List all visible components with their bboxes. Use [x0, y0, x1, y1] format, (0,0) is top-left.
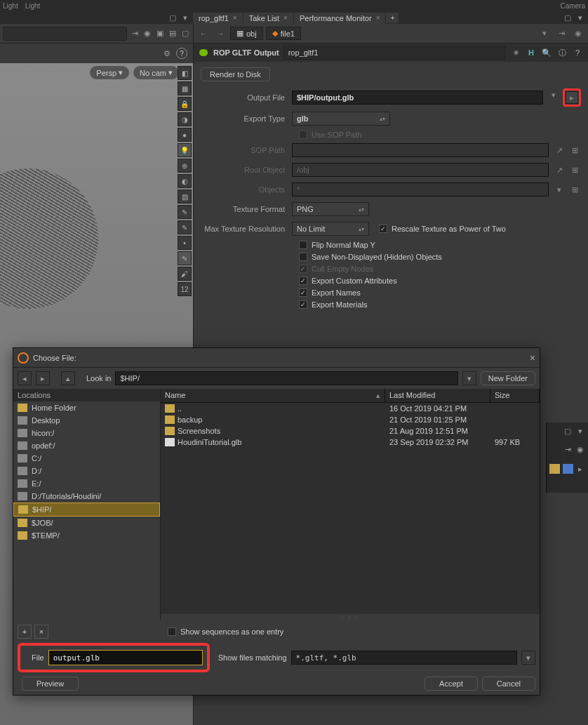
file-input[interactable] [48, 650, 203, 665]
picker-icon[interactable]: ⊞ [568, 164, 581, 176]
location-item[interactable]: Home Folder [13, 401, 160, 414]
node-name-input[interactable] [283, 46, 505, 60]
close-icon[interactable]: × [283, 14, 288, 22]
vp-tool-4[interactable]: ◑ [178, 112, 192, 126]
screen-icon[interactable] [563, 464, 573, 474]
nav-fwd-icon[interactable]: → [213, 27, 227, 41]
vp-tool-5[interactable]: ● [178, 128, 192, 142]
search-icon[interactable]: 🔍 [540, 46, 553, 59]
menu-light2[interactable]: Light [25, 2, 41, 10]
file-chooser-button[interactable]: ▸ [566, 91, 578, 104]
location-item[interactable]: Desktop [13, 414, 160, 427]
help-icon[interactable]: ? [571, 46, 584, 59]
location-item[interactable]: E:/ [13, 477, 160, 490]
cancel-button[interactable]: Cancel [482, 677, 535, 691]
info-icon[interactable]: ⓘ [556, 46, 568, 59]
pin-icon[interactable]: ⇥ [563, 444, 573, 454]
render-to-disk-button[interactable]: Render to Disk [201, 67, 270, 81]
filter-menu-icon[interactable]: ▾ [521, 651, 535, 665]
breadcrumb-file1[interactable]: ◆file1 [266, 27, 301, 40]
help-icon[interactable]: ? [176, 48, 187, 59]
vp-tool-2[interactable]: ▦ [178, 81, 192, 95]
vp-tool-8[interactable]: ◐ [178, 174, 192, 188]
location-item[interactable]: $JOB/ [13, 517, 160, 529]
box-icon[interactable]: ▣ [155, 29, 165, 39]
location-item[interactable]: $TEMP/ [13, 529, 160, 542]
col-size[interactable]: Size [490, 389, 540, 402]
remove-location-button[interactable]: × [34, 625, 48, 639]
link-icon[interactable]: ◉ [575, 444, 585, 454]
square-icon[interactable]: ▢ [180, 29, 190, 39]
vp-tool-13[interactable]: ✎ [178, 251, 192, 265]
texture-format-select[interactable]: PNG▴▾ [292, 202, 369, 216]
location-item[interactable]: D:/Tutorials/Houdini/ [13, 490, 160, 503]
rescale-checkbox[interactable] [379, 225, 387, 233]
link-icon[interactable]: ◉ [142, 29, 152, 39]
h-icon[interactable]: H [525, 46, 537, 59]
location-item[interactable]: D:/ [13, 465, 160, 477]
jump-icon[interactable]: ↗ [553, 144, 566, 157]
nav-back-icon[interactable]: ← [196, 27, 211, 41]
pin-icon[interactable]: ⇥ [554, 27, 568, 41]
sequences-checkbox[interactable] [168, 627, 176, 636]
dialog-titlebar[interactable]: Choose File: × [13, 348, 540, 368]
hidden-checkbox[interactable] [299, 253, 307, 261]
location-item[interactable]: hicon:/ [13, 427, 160, 439]
settings-icon[interactable]: ⚙ [162, 48, 172, 58]
new-folder-button[interactable]: New Folder [481, 371, 535, 385]
location-item[interactable]: $HIP/ [13, 503, 160, 517]
export-type-select[interactable]: glb▴▾ [292, 112, 390, 126]
persp-badge[interactable]: Persp▾ [90, 66, 129, 79]
file-row[interactable]: backup21 Oct 2019 01:25 PM [161, 414, 540, 425]
menu-camera[interactable]: Camera [560, 2, 585, 10]
pane-menu-icon[interactable]: ▾ [575, 426, 585, 436]
vp-tool-9[interactable]: ▧ [178, 189, 192, 204]
location-item[interactable]: C:/ [13, 452, 160, 465]
nav-fwd-icon[interactable]: ▸ [36, 371, 50, 385]
tab-performance-monitor[interactable]: Performance Monitor× [294, 13, 386, 24]
vp-tool-12[interactable]: • [178, 236, 192, 250]
vp-tool-1[interactable]: ◧ [178, 66, 192, 80]
use-sop-checkbox[interactable] [299, 131, 307, 139]
nav-back-icon[interactable]: ◂ [18, 371, 32, 385]
max-tex-select[interactable]: No Limit▴▾ [292, 222, 369, 236]
col-name[interactable]: Name ▴ [161, 389, 385, 402]
vp-tool-7[interactable]: ⊕ [178, 159, 192, 173]
play-icon[interactable]: ▸ [576, 464, 585, 474]
names-checkbox[interactable] [299, 288, 307, 297]
gear-icon[interactable]: ✳ [509, 46, 522, 59]
lookin-menu-icon[interactable]: ▾ [462, 371, 476, 385]
materials-checkbox[interactable] [299, 300, 307, 309]
pane-max-icon[interactable]: ▢ [563, 426, 573, 436]
col-modified[interactable]: Last Modified [385, 389, 490, 402]
close-icon[interactable]: × [233, 14, 237, 22]
resize-grip[interactable]: ⋮⋮⋮ [161, 614, 540, 620]
vp-tool-10[interactable]: ✎ [178, 205, 192, 219]
filter-input[interactable] [291, 651, 517, 665]
tab-rop-gltf1[interactable]: rop_gltf1× [193, 13, 243, 24]
file-row[interactable]: ..16 Oct 2019 04:21 PM [161, 403, 540, 414]
accept-button[interactable]: Accept [425, 677, 478, 691]
picker-icon[interactable]: ⊞ [568, 183, 581, 196]
add-location-button[interactable]: + [18, 625, 32, 639]
breadcrumb-obj[interactable]: ▦obj [230, 27, 263, 40]
pane-menu-icon[interactable]: ▾ [575, 13, 585, 23]
link-icon[interactable]: ◉ [571, 27, 585, 41]
dropdown-icon[interactable]: ▾ [553, 183, 566, 196]
nocam-badge[interactable]: No cam▾ [133, 66, 179, 79]
picker-icon[interactable]: ⊞ [568, 144, 581, 157]
pane-max-icon[interactable]: ▢ [563, 13, 573, 23]
custom-checkbox[interactable] [299, 277, 307, 285]
file-rows[interactable]: ..16 Oct 2019 04:21 PMbackup21 Oct 2019 … [161, 403, 540, 614]
vp-tool-brush[interactable]: 🖌 [178, 267, 192, 281]
tab-take-list[interactable]: Take List× [243, 13, 293, 24]
output-file-input[interactable] [292, 91, 543, 105]
close-icon[interactable]: × [376, 14, 380, 22]
note-icon[interactable] [549, 464, 560, 474]
vp-tool-12n[interactable]: 12 [178, 282, 192, 296]
preview-button[interactable]: Preview [22, 677, 79, 691]
nav-up-icon[interactable]: ▴ [61, 371, 75, 385]
vp-tool-11[interactable]: ✎ [178, 220, 192, 234]
breadcrumb-menu-icon[interactable]: ▾ [537, 27, 552, 41]
menu-light[interactable]: Light [3, 2, 18, 10]
